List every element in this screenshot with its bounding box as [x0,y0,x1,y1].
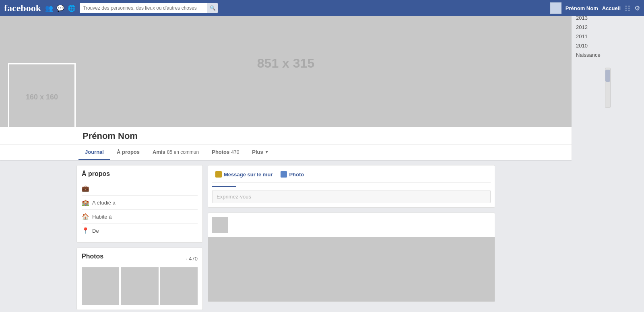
photo-thumb-3[interactable] [160,267,198,305]
timeline-label-2010: 2010 [576,43,588,49]
feed-post-header [208,213,495,237]
about-school-label: A étudié à [92,200,116,206]
friends-icon[interactable]: 👥 [45,4,53,12]
timeline-label-naissance: Naissance [576,52,601,58]
profile-name-row: Prénom Nom [0,127,572,141]
message-wall-icon [215,171,222,178]
tab-plus-dropdown-icon: ▼ [265,150,269,154]
timeline-label-2012: 2012 [576,24,588,30]
post-input[interactable]: Exprimez-vous [212,190,491,203]
photos-card-title: Photos [82,253,103,260]
home-icon: 🏠 [82,213,89,220]
profile-header-bar: Prénom Nom Journal À propos Amis 85 en c… [0,127,572,160]
post-tab-photo[interactable]: Photo [277,169,307,179]
nav-icons-group: 👥 💬 🌐 [45,4,76,12]
post-tab-message-label: Message sur le mur [224,171,272,178]
nav-user-name[interactable]: Prénom Nom [566,5,598,11]
search-input[interactable] [80,3,208,13]
tab-photos-label: Photos [212,149,229,155]
photos-count: · 470 [186,256,198,262]
timeline-scrollbar[interactable] [605,68,611,108]
tab-journal[interactable]: Journal [78,145,110,160]
post-tab-message[interactable]: Message sur le mur [212,169,276,179]
timeline-item-naissance[interactable]: Naissance [572,50,644,60]
tab-apropos-label: À propos [117,149,140,155]
timeline-sidebar: Maintenant 2013 2012 2011 2010 Naissance [572,0,644,312]
tab-plus-label: Plus [252,149,263,155]
timeline-scrollbar-thumb[interactable] [605,70,610,82]
tab-apropos[interactable]: À propos [110,145,146,160]
school-icon: 🏫 [82,199,89,206]
photos-grid [82,267,198,305]
about-school-item: 🏫 A étudié à [82,196,198,210]
search-button[interactable]: 🔍 [207,3,218,13]
top-navigation: facebook 👥 💬 🌐 🔍 Prénom Nom Accueil ☷ ⚙ [0,0,644,16]
messages-icon[interactable]: 💬 [56,4,64,12]
post-tabs: Message sur le mur Photo [212,169,491,183]
tab-amis-label: Amis [153,149,165,155]
about-home-item: 🏠 Habite à [82,210,198,224]
profile-pic-dimensions-label: 160 x 160 [26,93,58,101]
timeline-item-2011[interactable]: 2011 [572,32,644,41]
tab-amis[interactable]: Amis 85 en commun [146,145,205,160]
timeline-item-2010[interactable]: 2010 [572,41,644,50]
about-card-title: À propos [82,170,198,178]
tab-plus[interactable]: Plus ▼ [246,145,275,160]
tab-photos[interactable]: Photos 470 [205,145,246,160]
about-from-item: 📍 De [82,224,198,238]
content-area: À propos 💼 🏫 A étudié à 🏠 Habite à 📍 [76,160,495,312]
post-placeholder-text: Exprimez-vous [217,194,251,200]
nav-gear-icon[interactable]: ⚙ [634,4,640,12]
about-home-label: Habite à [92,214,111,220]
timeline-label-2011: 2011 [576,33,588,39]
left-column: À propos 💼 🏫 A étudié à 🏠 Habite à 📍 [76,165,203,310]
post-tab-photo-label: Photo [289,171,304,178]
cover-photo: 851 x 315 160 x 160 [0,0,572,127]
tab-amis-badge: 85 en commun [167,149,199,155]
nav-accueil-link[interactable]: Accueil [602,5,621,11]
tab-photos-badge: 470 [231,149,239,155]
nav-right-section: Prénom Nom Accueil ☷ ⚙ [550,2,640,14]
feed-card [208,213,495,302]
cover-dimensions-label: 851 x 315 [257,56,314,71]
nav-user-avatar [550,2,561,14]
photo-thumb-1[interactable] [82,267,119,305]
globe-icon[interactable]: 🌐 [68,4,76,12]
facebook-logo: facebook [4,3,41,14]
profile-main: 851 x 315 160 x 160 Prénom Nom Journal À… [0,0,572,312]
profile-tabs: Journal À propos Amis 85 en commun Photo… [0,145,572,160]
location-icon: 📍 [82,227,89,234]
timeline-item-2012[interactable]: 2012 [572,23,644,32]
profile-name: Prénom Nom [83,131,138,141]
about-from-label: De [92,228,99,234]
feed-post-avatar [212,217,228,233]
photo-thumb-2[interactable] [121,267,158,305]
photos-card-header: Photos · 470 [82,253,198,264]
photos-card: Photos · 470 [76,248,203,310]
tab-journal-label: Journal [85,149,104,155]
nav-grid-icon[interactable]: ☷ [625,4,630,12]
post-separator [212,186,236,187]
briefcase-icon: 💼 [82,185,89,192]
feed-content-image [208,237,495,302]
about-work-icon-item: 💼 [82,182,198,196]
right-column: Message sur le mur Photo Exprimez-vous [208,165,495,310]
post-box: Message sur le mur Photo Exprimez-vous [208,165,495,208]
photo-tab-icon [281,171,287,178]
about-card: À propos 💼 🏫 A étudié à 🏠 Habite à 📍 [76,165,203,243]
profile-picture[interactable]: 160 x 160 [8,63,76,131]
page-body: 851 x 315 160 x 160 Prénom Nom Journal À… [0,0,644,312]
